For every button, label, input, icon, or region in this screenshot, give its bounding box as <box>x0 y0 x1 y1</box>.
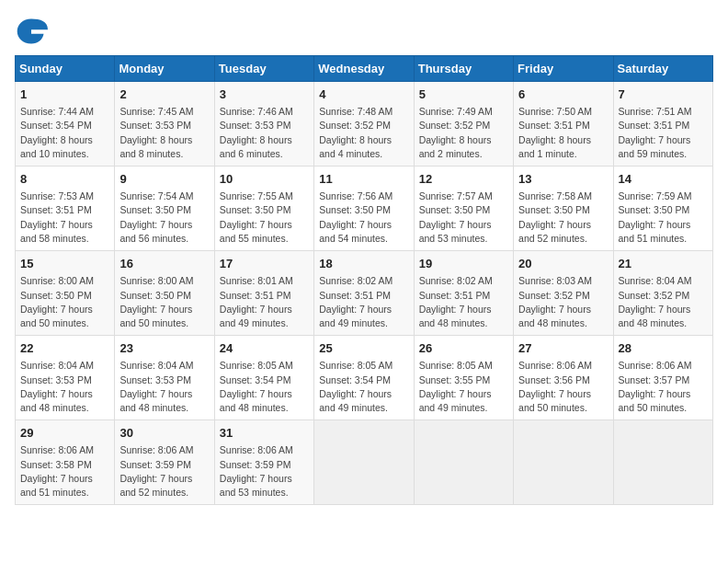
day-info: Sunrise: 8:03 AM Sunset: 3:52 PM Dayligh… <box>518 274 608 330</box>
calendar-cell: 28 Sunrise: 8:06 AM Sunset: 3:57 PM Dayl… <box>613 336 712 420</box>
day-info: Sunrise: 7:58 AM Sunset: 3:50 PM Dayligh… <box>518 190 608 246</box>
day-number: 25 <box>319 340 408 357</box>
calendar-cell: 19 Sunrise: 8:02 AM Sunset: 3:51 PM Dayl… <box>414 251 513 336</box>
calendar-cell <box>414 420 513 505</box>
day-info: Sunrise: 7:49 AM Sunset: 3:52 PM Dayligh… <box>419 105 508 161</box>
day-info: Sunrise: 7:48 AM Sunset: 3:52 PM Dayligh… <box>319 105 408 161</box>
calendar-cell: 6 Sunrise: 7:50 AM Sunset: 3:51 PM Dayli… <box>514 82 613 167</box>
calendar-cell: 7 Sunrise: 7:51 AM Sunset: 3:51 PM Dayli… <box>613 82 712 167</box>
calendar-table: SundayMondayTuesdayWednesdayThursdayFrid… <box>15 55 713 505</box>
day-number: 8 <box>20 171 109 188</box>
calendar-week-row: 22 Sunrise: 8:04 AM Sunset: 3:53 PM Dayl… <box>16 336 713 420</box>
calendar-cell: 24 Sunrise: 8:05 AM Sunset: 3:54 PM Dayl… <box>214 336 313 420</box>
page-header <box>15 15 713 48</box>
calendar-cell: 10 Sunrise: 7:55 AM Sunset: 3:50 PM Dayl… <box>214 167 313 251</box>
day-info: Sunrise: 7:53 AM Sunset: 3:51 PM Dayligh… <box>20 190 109 246</box>
day-number: 26 <box>419 340 508 357</box>
calendar-cell: 5 Sunrise: 7:49 AM Sunset: 3:52 PM Dayli… <box>414 82 513 167</box>
calendar-cell: 18 Sunrise: 8:02 AM Sunset: 3:51 PM Dayl… <box>314 251 414 336</box>
calendar-header-row: SundayMondayTuesdayWednesdayThursdayFrid… <box>16 56 713 82</box>
calendar-week-row: 29 Sunrise: 8:06 AM Sunset: 3:58 PM Dayl… <box>16 420 713 505</box>
day-number: 15 <box>20 256 109 272</box>
calendar-cell: 26 Sunrise: 8:05 AM Sunset: 3:55 PM Dayl… <box>414 336 513 420</box>
calendar-cell: 27 Sunrise: 8:06 AM Sunset: 3:56 PM Dayl… <box>514 336 613 420</box>
day-info: Sunrise: 8:06 AM Sunset: 3:57 PM Dayligh… <box>619 359 708 415</box>
column-header-wednesday: Wednesday <box>314 56 414 82</box>
day-number: 10 <box>220 171 309 188</box>
calendar-cell: 11 Sunrise: 7:56 AM Sunset: 3:50 PM Dayl… <box>314 167 414 251</box>
day-number: 20 <box>518 256 608 272</box>
day-info: Sunrise: 7:51 AM Sunset: 3:51 PM Dayligh… <box>619 105 708 161</box>
day-info: Sunrise: 8:04 AM Sunset: 3:52 PM Dayligh… <box>619 274 708 330</box>
calendar-cell: 9 Sunrise: 7:54 AM Sunset: 3:50 PM Dayli… <box>115 167 214 251</box>
calendar-cell: 14 Sunrise: 7:59 AM Sunset: 3:50 PM Dayl… <box>613 167 712 251</box>
calendar-cell: 15 Sunrise: 8:00 AM Sunset: 3:50 PM Dayl… <box>16 251 115 336</box>
calendar-cell: 31 Sunrise: 8:06 AM Sunset: 3:59 PM Dayl… <box>214 420 313 505</box>
day-info: Sunrise: 8:02 AM Sunset: 3:51 PM Dayligh… <box>419 274 508 330</box>
calendar-cell <box>514 420 613 505</box>
column-header-thursday: Thursday <box>414 56 513 82</box>
day-number: 9 <box>119 171 209 188</box>
calendar-cell: 16 Sunrise: 8:00 AM Sunset: 3:50 PM Dayl… <box>115 251 214 336</box>
day-info: Sunrise: 7:57 AM Sunset: 3:50 PM Dayligh… <box>419 190 508 246</box>
day-number: 16 <box>119 256 209 272</box>
logo <box>15 15 51 48</box>
calendar-week-row: 15 Sunrise: 8:00 AM Sunset: 3:50 PM Dayl… <box>16 251 713 336</box>
day-number: 18 <box>319 256 408 272</box>
day-number: 24 <box>220 340 309 357</box>
day-number: 5 <box>419 86 508 103</box>
column-header-sunday: Sunday <box>16 56 115 82</box>
calendar-cell: 20 Sunrise: 8:03 AM Sunset: 3:52 PM Dayl… <box>514 251 613 336</box>
day-info: Sunrise: 8:04 AM Sunset: 3:53 PM Dayligh… <box>119 359 209 415</box>
day-number: 1 <box>20 86 109 103</box>
day-info: Sunrise: 8:02 AM Sunset: 3:51 PM Dayligh… <box>319 274 408 330</box>
day-info: Sunrise: 8:01 AM Sunset: 3:51 PM Dayligh… <box>220 274 309 330</box>
day-info: Sunrise: 8:04 AM Sunset: 3:53 PM Dayligh… <box>20 359 109 415</box>
day-info: Sunrise: 7:56 AM Sunset: 3:50 PM Dayligh… <box>319 190 408 246</box>
day-number: 22 <box>20 340 109 357</box>
day-info: Sunrise: 7:59 AM Sunset: 3:50 PM Dayligh… <box>619 190 708 246</box>
day-number: 6 <box>518 86 608 103</box>
calendar-cell: 21 Sunrise: 8:04 AM Sunset: 3:52 PM Dayl… <box>613 251 712 336</box>
calendar-cell: 8 Sunrise: 7:53 AM Sunset: 3:51 PM Dayli… <box>16 167 115 251</box>
day-number: 23 <box>119 340 209 357</box>
day-info: Sunrise: 7:55 AM Sunset: 3:50 PM Dayligh… <box>220 190 309 246</box>
day-info: Sunrise: 8:06 AM Sunset: 3:58 PM Dayligh… <box>20 443 109 500</box>
logo-icon <box>15 15 48 48</box>
day-number: 29 <box>20 425 109 442</box>
calendar-cell: 2 Sunrise: 7:45 AM Sunset: 3:53 PM Dayli… <box>115 82 214 167</box>
calendar-cell: 23 Sunrise: 8:04 AM Sunset: 3:53 PM Dayl… <box>115 336 214 420</box>
day-info: Sunrise: 8:00 AM Sunset: 3:50 PM Dayligh… <box>119 274 209 330</box>
day-info: Sunrise: 8:06 AM Sunset: 3:59 PM Dayligh… <box>119 443 209 500</box>
calendar-cell: 25 Sunrise: 8:05 AM Sunset: 3:54 PM Dayl… <box>314 336 414 420</box>
calendar-cell: 3 Sunrise: 7:46 AM Sunset: 3:53 PM Dayli… <box>214 82 313 167</box>
calendar-cell: 29 Sunrise: 8:06 AM Sunset: 3:58 PM Dayl… <box>16 420 115 505</box>
calendar-cell: 22 Sunrise: 8:04 AM Sunset: 3:53 PM Dayl… <box>16 336 115 420</box>
calendar-cell <box>613 420 712 505</box>
day-info: Sunrise: 7:46 AM Sunset: 3:53 PM Dayligh… <box>220 105 309 161</box>
column-header-saturday: Saturday <box>613 56 712 82</box>
day-number: 21 <box>619 256 708 272</box>
day-number: 27 <box>518 340 608 357</box>
day-number: 11 <box>319 171 408 188</box>
day-info: Sunrise: 8:00 AM Sunset: 3:50 PM Dayligh… <box>20 274 109 330</box>
day-info: Sunrise: 8:06 AM Sunset: 3:59 PM Dayligh… <box>220 443 309 500</box>
calendar-week-row: 8 Sunrise: 7:53 AM Sunset: 3:51 PM Dayli… <box>16 167 713 251</box>
day-number: 19 <box>419 256 508 272</box>
column-header-tuesday: Tuesday <box>214 56 313 82</box>
column-header-friday: Friday <box>514 56 613 82</box>
day-info: Sunrise: 8:06 AM Sunset: 3:56 PM Dayligh… <box>518 359 608 415</box>
calendar-cell: 30 Sunrise: 8:06 AM Sunset: 3:59 PM Dayl… <box>115 420 214 505</box>
calendar-cell: 12 Sunrise: 7:57 AM Sunset: 3:50 PM Dayl… <box>414 167 513 251</box>
day-number: 13 <box>518 171 608 188</box>
calendar-cell: 1 Sunrise: 7:44 AM Sunset: 3:54 PM Dayli… <box>16 82 115 167</box>
day-number: 14 <box>619 171 708 188</box>
day-number: 30 <box>119 425 209 442</box>
calendar-cell: 13 Sunrise: 7:58 AM Sunset: 3:50 PM Dayl… <box>514 167 613 251</box>
day-number: 3 <box>220 86 309 103</box>
day-number: 31 <box>220 425 309 442</box>
day-info: Sunrise: 7:54 AM Sunset: 3:50 PM Dayligh… <box>119 190 209 246</box>
column-header-monday: Monday <box>115 56 214 82</box>
calendar-cell: 4 Sunrise: 7:48 AM Sunset: 3:52 PM Dayli… <box>314 82 414 167</box>
day-info: Sunrise: 7:45 AM Sunset: 3:53 PM Dayligh… <box>119 105 209 161</box>
